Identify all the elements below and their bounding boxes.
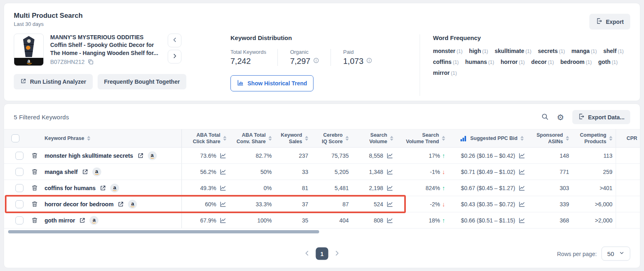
amazon-icon[interactable]: a [92,167,101,176]
search-volume-trend-value: 824% [426,185,440,191]
row-checkbox[interactable] [15,216,23,224]
show-historical-trend-button[interactable]: Show Historical Trend [230,75,313,91]
column-header-search-volume-trend[interactable]: SearchVolume Trend [397,129,448,147]
aba-conv-share-value: 50% [260,169,272,175]
delete-keyword-icon[interactable] [31,168,38,175]
chevron-down-icon [619,250,625,257]
row-checkbox[interactable] [15,168,23,176]
row-checkbox[interactable] [15,152,23,160]
external-link-icon[interactable] [82,169,88,175]
search-volume-value: 524 [374,201,383,207]
keyword-distribution-title: Keyword Distribution [230,34,412,41]
product-section: Multi Product Search Last 30 days a MANN… [14,12,230,89]
ppc-bid-chart-icon[interactable] [518,201,525,207]
current-page-button[interactable]: 1 [316,248,328,260]
click-share-chart-icon[interactable] [220,152,226,159]
word-frequency-item: mirror(1) [433,70,457,76]
column-header-competing-products[interactable]: CompetingProducts [572,129,616,147]
click-share-chart-icon[interactable] [220,184,226,191]
column-header-delete [27,129,41,147]
word-frequency-list: monster(1) high(1) skulltimate(1) secret… [433,48,627,76]
table-row[interactable]: horror decor for bedroom a 60% 33.3% 37 … [4,196,640,212]
ppc-bid-chart-icon[interactable] [518,184,525,191]
column-header-cpr[interactable]: CPR [616,129,640,147]
external-link-icon[interactable] [137,152,144,159]
aba-conv-share-value: 33.3% [256,201,272,207]
column-header-cerebro-iq-score[interactable]: CerebroIQ Score [311,129,352,147]
aba-conv-share-value: 0% [264,185,272,191]
table-row[interactable]: coffins for humans a 49.3% 0% 81 5,481 2… [4,180,640,196]
cerebro-iq-score-value: 5,205 [335,169,349,175]
amazon-icon[interactable]: a [110,184,119,193]
filtered-keywords-panel: 5 Filtered Keywords ⚙ Export Data... [4,104,640,268]
click-share-chart-icon[interactable] [220,217,226,224]
table-row[interactable]: goth mirror a 67.9% 100% 35 404 808 18% … [4,212,640,229]
word: decor [531,59,547,65]
word-frequency-item: secrets(1) [538,48,565,54]
sort-icon [345,136,349,141]
column-header-search-volume[interactable]: SearchVolume [352,129,397,147]
next-product-button[interactable] [168,50,181,64]
external-link-icon[interactable] [79,217,85,224]
search-keywords-button[interactable] [541,113,549,122]
search-volume-chart-icon[interactable] [386,152,393,159]
keyword-phrase: goth mirror [45,217,75,224]
table-settings-button[interactable]: ⚙ [557,113,564,121]
ppc-bid-chart-icon[interactable] [518,217,525,224]
column-header-keyword-sales[interactable]: KeywordSales [275,129,311,147]
sponsored-asins-value: 339 [560,201,569,207]
table-row[interactable]: manga shelf a 56.2% 50% 33 5,205 1,348 -… [4,164,640,180]
delete-keyword-icon[interactable] [31,217,38,224]
run-listing-analyzer-button[interactable]: Run Listing Analyzer [14,74,93,89]
amazon-icon[interactable]: a [90,216,98,225]
next-page-button[interactable] [334,250,341,258]
keyword-phrase: coffins for humans [45,185,96,191]
export-button[interactable]: Export [589,14,630,30]
row-checkbox[interactable] [15,184,23,192]
keyword-phrase: manga shelf [45,169,78,175]
amazon-icon[interactable]: a [148,151,157,160]
word: goth [598,59,610,65]
delete-keyword-icon[interactable] [31,184,38,191]
frequently-bought-together-button[interactable]: Frequently Bought Together [98,74,186,89]
info-icon[interactable] [313,57,319,65]
date-range-label: Last 30 days [14,21,230,27]
info-icon[interactable] [366,57,372,65]
amazon-icon[interactable]: a [128,200,137,209]
previous-product-button[interactable] [168,34,181,47]
delete-keyword-icon[interactable] [31,201,38,207]
rows-per-page-select[interactable]: 50 [601,247,630,261]
copy-asin-icon[interactable] [87,59,94,65]
word-frequency-title: Word Frequency [433,34,630,41]
search-volume-chart-icon[interactable] [386,217,393,224]
word-count: (1) [586,59,592,65]
row-checkbox[interactable] [15,200,23,208]
external-link-icon[interactable] [100,185,106,191]
keyword-sales-value: 33 [302,169,308,175]
keyword-distribution-stats: Total Keywords 7,242 Organic 7,297 Paid … [230,49,412,66]
horizontal-scrollbar-thumb[interactable] [8,230,319,233]
delete-keyword-icon[interactable] [31,152,38,159]
column-header-suggested-ppc-bid[interactable]: Suggested PPC Bid [448,129,529,147]
search-volume-chart-icon[interactable] [386,184,393,191]
keywords-table: Keyword Phrase ABA TotalClick Share ABA … [4,129,640,229]
export-data-button[interactable]: Export Data... [572,110,630,124]
product-title-line3: The Home - Hanging Wooden Shelf for... [50,49,160,57]
search-volume-chart-icon[interactable] [386,201,393,207]
search-volume-value: 8,558 [369,152,383,159]
select-all-checkbox[interactable] [11,134,19,142]
ppc-bid-chart-icon[interactable] [518,152,525,159]
previous-page-button[interactable] [304,250,311,258]
external-link-icon[interactable] [117,201,124,207]
search-icon [541,113,549,122]
column-header-keyword-phrase[interactable]: Keyword Phrase [41,129,182,147]
ppc-bid-chart-icon[interactable] [518,168,525,175]
table-row[interactable]: monster high skulltimate secrets a 73.6%… [4,148,640,164]
column-header-aba-click-share[interactable]: ABA TotalClick Share [182,129,230,147]
search-volume-chart-icon[interactable] [386,168,393,175]
column-header-sponsored-asins[interactable]: SponsoredASINs [529,129,572,147]
click-share-chart-icon[interactable] [220,201,226,207]
column-header-aba-conv-share[interactable]: ABA TotalConv. Share [230,129,275,147]
word: high [469,48,481,54]
click-share-chart-icon[interactable] [220,168,226,175]
